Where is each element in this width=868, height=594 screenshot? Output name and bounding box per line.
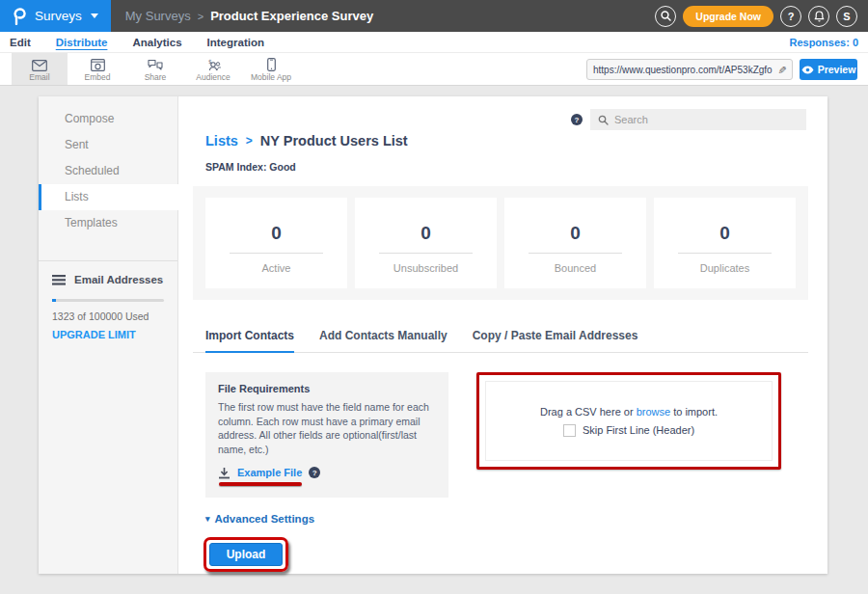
tab-integration[interactable]: Integration (207, 36, 264, 48)
contacts-search-input[interactable] (614, 114, 799, 125)
channel-mobile-app[interactable]: Mobile App (243, 53, 299, 85)
stat-value: 0 (654, 223, 796, 244)
breadcrumb-separator: > (198, 11, 203, 22)
example-file-link[interactable]: Example File (237, 467, 302, 478)
tab-analytics[interactable]: Analytics (132, 36, 181, 48)
channel-embed[interactable]: Embed (69, 53, 125, 85)
tab-distribute[interactable]: Distribute (56, 36, 108, 48)
channel-email[interactable]: Email (12, 53, 68, 85)
tab-add-contacts-manually[interactable]: Add Contacts Manually (319, 329, 448, 353)
breadcrumb-my-surveys[interactable]: My Surveys (125, 9, 191, 23)
stat-label: Active (205, 262, 347, 274)
breadcrumb-separator: > (246, 134, 253, 148)
caret-down-icon: ▾ (205, 514, 210, 524)
stat-card-bounced: 0 Bounced (504, 198, 646, 288)
topbar-breadcrumb: My Surveys > Product Experience Survey (125, 9, 373, 23)
stat-value: 0 (504, 223, 646, 244)
email-icon (32, 57, 47, 71)
bell-icon (814, 11, 825, 22)
stat-label: Unsubscribed (355, 262, 497, 274)
stat-value: 0 (355, 223, 497, 244)
sidebar-item-lists[interactable]: Lists (39, 184, 178, 210)
stat-card-duplicates: 0 Duplicates (654, 198, 796, 288)
product-menu[interactable]: Surveys (0, 0, 111, 32)
channel-audience[interactable]: $ Audience (185, 53, 241, 85)
csv-dropzone-annotation: Drag a CSV here or browse to import. Ski… (476, 372, 781, 470)
annotation-underline (219, 482, 302, 486)
usage-progress-fill (52, 299, 56, 302)
contacts-tabs: Import Contacts Add Contacts Manually Co… (193, 329, 808, 353)
sidebar-item-scheduled[interactable]: Scheduled (39, 158, 177, 184)
help-button[interactable]: ? (780, 6, 801, 27)
channel-share[interactable]: Share (127, 53, 183, 85)
chevron-down-icon (91, 14, 98, 18)
dropzone-text-suffix: to import. (670, 406, 718, 418)
channel-list: Email Embed Share $ Audience Mobile App (12, 53, 299, 85)
csv-dropzone[interactable] (485, 381, 773, 461)
distribute-toolbar: Email Embed Share $ Audience Mobile App (0, 53, 868, 86)
channel-email-label: Email (29, 72, 49, 82)
eye-icon (801, 66, 814, 74)
stats-strip: 0 Active 0 Unsubscribed 0 Bounced 0 Dupl… (193, 186, 808, 300)
responses-count[interactable]: Responses: 0 (789, 37, 858, 48)
tab-copy-paste-email-addresses[interactable]: Copy / Paste Email Addresses (473, 329, 638, 353)
sidebar-item-sent[interactable]: Sent (39, 132, 177, 158)
survey-url-input[interactable] (593, 65, 777, 75)
upgrade-now-button[interactable]: Upgrade Now (683, 6, 773, 27)
sidebar-item-compose[interactable]: Compose (39, 106, 177, 132)
stat-value: 0 (205, 223, 347, 244)
avatar[interactable]: S (836, 6, 857, 27)
embed-icon (91, 57, 105, 71)
advanced-settings-toggle[interactable]: ▾ Advanced Settings (205, 513, 827, 525)
file-requirements-body: The first row must have the field name f… (218, 400, 436, 457)
product-menu-label: Surveys (35, 9, 82, 23)
top-bar: Surveys My Surveys > Product Experience … (0, 0, 868, 32)
usage-text: 1323 of 100000 Used (52, 310, 164, 322)
breadcrumb: Lists > NY Product Users List (205, 133, 827, 148)
contacts-search-box[interactable] (590, 109, 806, 130)
browse-link[interactable]: browse (637, 406, 670, 418)
breadcrumb-lists-link[interactable]: Lists (205, 133, 238, 148)
upload-button[interactable]: Upload (209, 543, 283, 566)
email-addresses-title: Email Addresses (74, 274, 163, 285)
survey-url-field[interactable]: ✎ (586, 59, 793, 80)
email-addresses-panel: Email Addresses 1323 of 100000 Used UPGR… (39, 261, 177, 353)
edit-url-icon[interactable]: ✎ (775, 65, 788, 73)
stat-divider (678, 253, 772, 254)
tab-edit[interactable]: Edit (10, 36, 31, 48)
usage-progress-bar (52, 299, 164, 302)
skip-first-line-label: Skip First Line (Header) (583, 424, 694, 436)
survey-title: Product Experience Survey (210, 9, 373, 23)
channel-embed-label: Embed (85, 72, 111, 82)
stat-card-active: 0 Active (205, 198, 347, 288)
upgrade-limit-link[interactable]: UPGRADE LIMIT (52, 329, 164, 340)
share-icon (148, 57, 163, 71)
questionpro-logo-icon (13, 8, 26, 25)
tab-import-contacts[interactable]: Import Contacts (205, 329, 294, 353)
page-help-icon[interactable]: ? (571, 114, 583, 125)
dropzone-text: Drag a CSV here or browse to import. (540, 406, 718, 418)
notifications-button[interactable] (808, 6, 829, 27)
download-icon[interactable] (218, 467, 231, 479)
preview-button[interactable]: Preview (800, 59, 857, 80)
channel-audience-label: Audience (196, 72, 230, 82)
sidebar-item-templates[interactable]: Templates (39, 210, 177, 236)
annotation-ring: Upload (203, 537, 288, 572)
list-name: NY Product Users List (260, 133, 408, 148)
list-icon (52, 275, 66, 285)
spam-index: SPAM Index: Good (205, 161, 827, 173)
example-file-help-icon[interactable]: ? (309, 467, 320, 478)
stat-card-unsubscribed: 0 Unsubscribed (355, 198, 497, 288)
skip-first-line-checkbox[interactable] (563, 424, 576, 437)
preview-label: Preview (818, 64, 856, 75)
stat-divider (379, 253, 473, 254)
topbar-actions: Upgrade Now ? S (655, 6, 868, 27)
stat-label: Bounced (504, 262, 646, 274)
stat-divider (230, 253, 323, 254)
search-button[interactable] (655, 6, 676, 27)
channel-mobile-app-label: Mobile App (251, 72, 291, 82)
advanced-settings-label: Advanced Settings (215, 513, 315, 525)
survey-nav: Edit Distribute Analytics Integration Re… (0, 32, 868, 53)
channel-share-label: Share (145, 72, 167, 82)
content-card: Compose Sent Scheduled Lists Templates E… (39, 96, 827, 574)
